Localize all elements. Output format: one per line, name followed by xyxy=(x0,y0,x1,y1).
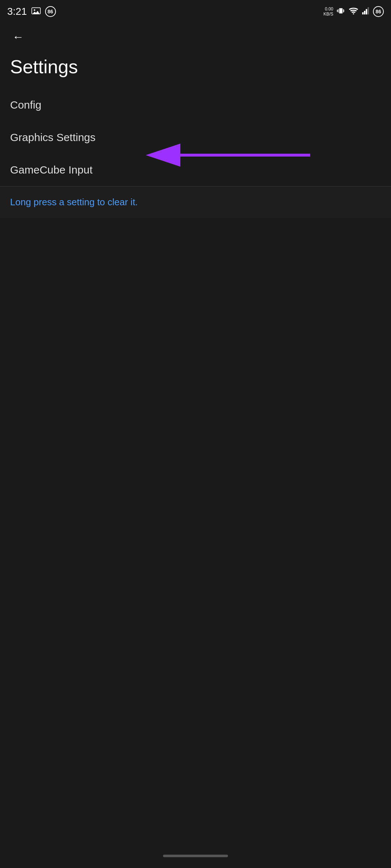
config-label: Config xyxy=(10,99,41,111)
svg-rect-2 xyxy=(339,8,342,13)
wifi-icon xyxy=(348,7,359,16)
settings-item-graphics[interactable]: Graphics Settings xyxy=(0,121,391,154)
status-right: 0.00 KB/S xyxy=(324,6,384,17)
status-left: 3:21 86 xyxy=(7,6,56,17)
nav-bar: ← xyxy=(0,22,391,48)
settings-item-gamecube-input[interactable]: GameCube Input xyxy=(0,154,391,186)
settings-item-config[interactable]: Config xyxy=(0,89,391,121)
graphics-settings-label: Graphics Settings xyxy=(10,131,96,144)
gamecube-input-label: GameCube Input xyxy=(10,164,92,176)
status-badge-right: 86 xyxy=(373,6,384,17)
back-button[interactable]: ← xyxy=(10,29,26,45)
signal-icon xyxy=(362,7,369,16)
settings-list: Config Graphics Settings GameCube Input xyxy=(0,89,391,186)
page-title: Settings xyxy=(10,56,381,78)
status-bar: 3:21 86 0.00 KB/S xyxy=(0,0,391,22)
vibrate-icon xyxy=(337,7,345,17)
svg-point-3 xyxy=(353,13,354,14)
svg-rect-5 xyxy=(364,11,365,14)
svg-point-1 xyxy=(34,9,35,10)
svg-rect-4 xyxy=(362,12,364,14)
svg-rect-7 xyxy=(368,7,369,14)
status-badge-left: 86 xyxy=(45,6,56,17)
home-indicator xyxy=(163,855,228,857)
svg-rect-6 xyxy=(366,9,367,14)
image-icon xyxy=(31,7,41,17)
hint-text: Long press a setting to clear it. xyxy=(10,197,138,207)
data-speed: 0.00 KB/S xyxy=(324,6,333,17)
status-time: 3:21 xyxy=(7,6,27,17)
hint-section: Long press a setting to clear it. xyxy=(0,187,391,218)
page-title-section: Settings xyxy=(0,48,391,89)
